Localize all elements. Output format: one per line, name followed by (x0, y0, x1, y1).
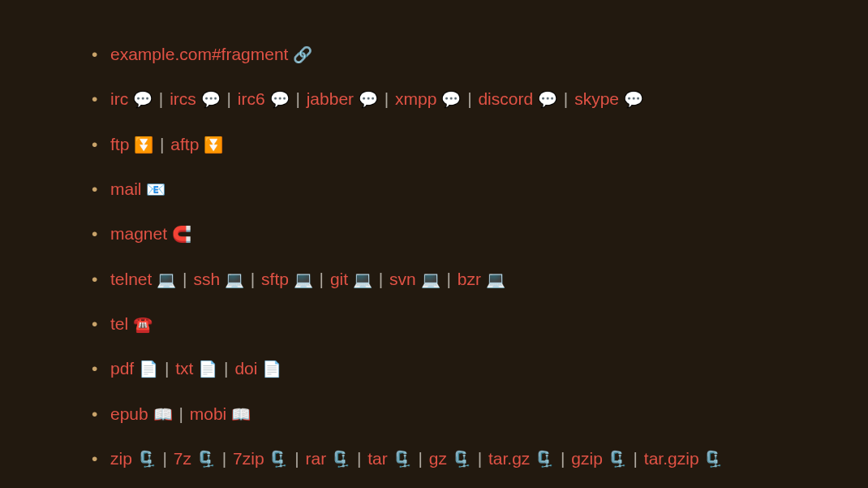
list-item: telnet 💻 | ssh 💻 | sftp 💻 | git 💻 | svn … (92, 268, 868, 291)
link-gzip[interactable]: gzip 🗜️ (571, 449, 626, 468)
separator: | (559, 449, 566, 468)
clamp-icon: 🗜️ (535, 451, 554, 468)
chat-icon: 💬 (441, 91, 461, 108)
separator: | (355, 449, 363, 468)
list-item: pdf 📄 | txt 📄 | doi 📄 (92, 357, 868, 380)
link-label: jabber (307, 89, 354, 108)
link-label: irc6 (238, 89, 265, 108)
link-gz[interactable]: gz 🗜️ (429, 449, 471, 468)
separator: | (161, 449, 169, 468)
link-label: bzr (458, 270, 481, 288)
link-ssh[interactable]: ssh 💻 (193, 270, 244, 288)
link-skype[interactable]: skype 💬 (574, 89, 643, 108)
link-label: rar (306, 449, 327, 468)
chat-icon: 💬 (624, 91, 643, 108)
tel-icon: ☎️ (133, 316, 153, 333)
laptop-icon: 💻 (225, 271, 244, 288)
list-item: tel ☎️ (92, 313, 868, 335)
link-label: gzip (571, 449, 603, 468)
link-label: ftp (110, 135, 129, 153)
link-sftp[interactable]: sftp 💻 (261, 270, 313, 288)
link-label: sftp (261, 270, 289, 288)
clamp-icon: 🗜️ (137, 451, 157, 468)
link-txt[interactable]: txt 📄 (175, 359, 217, 378)
link-discord[interactable]: discord 💬 (478, 89, 557, 108)
separator: | (466, 89, 473, 108)
link-tar-gzip[interactable]: tar.gzip 🗜️ (644, 449, 724, 468)
link-label: irc (110, 89, 128, 108)
link-example-com-fragment[interactable]: example.com#fragment 🔗 (110, 45, 312, 63)
link-aftp[interactable]: aftp ⏬ (170, 135, 223, 153)
link-label: git (330, 270, 348, 288)
link-label: 7zip (233, 449, 264, 468)
link-label: doi (234, 359, 257, 378)
link-pdf[interactable]: pdf 📄 (110, 359, 158, 378)
list-item: example.com#fragment 🔗 (92, 43, 868, 66)
link-doi[interactable]: doi 📄 (234, 359, 281, 378)
link-bzr[interactable]: bzr 💻 (458, 270, 505, 288)
link-label: mobi (190, 404, 227, 423)
separator: | (157, 89, 165, 108)
chat-icon: 💬 (359, 91, 378, 108)
mail-icon: 📧 (146, 181, 165, 198)
clamp-icon: 🗜️ (269, 451, 288, 468)
chat-icon: 💬 (133, 91, 153, 108)
separator: | (416, 449, 423, 468)
separator: | (163, 359, 170, 378)
list-item: zip 🗜️ | 7z 🗜️ | 7zip 🗜️ | rar 🗜️ | tar … (92, 447, 868, 470)
link-svn[interactable]: svn 💻 (389, 270, 440, 288)
link-telnet[interactable]: telnet 💻 (110, 270, 176, 288)
link-7zip[interactable]: 7zip 🗜️ (233, 449, 288, 468)
link-label: ssh (193, 270, 220, 288)
link-label: discord (478, 89, 533, 108)
link-rar[interactable]: rar 🗜️ (306, 449, 351, 468)
link-xmpp[interactable]: xmpp 💬 (395, 89, 461, 108)
doc-icon: 📄 (262, 361, 281, 378)
separator: | (318, 270, 325, 288)
link-mail[interactable]: mail 📧 (110, 179, 165, 198)
chat-icon: 💬 (538, 91, 557, 108)
book-icon: 📖 (153, 406, 173, 423)
link-epub[interactable]: epub 📖 (110, 404, 173, 423)
link-tar[interactable]: tar 🗜️ (367, 449, 411, 468)
separator: | (226, 89, 233, 108)
list-item: mail 📧 (92, 178, 868, 201)
link-tar-gz[interactable]: tar.gz 🗜️ (488, 449, 554, 468)
link-ircs[interactable]: ircs 💬 (170, 89, 221, 108)
link-label: epub (110, 404, 148, 423)
link-zip[interactable]: zip 🗜️ (110, 449, 157, 468)
link-label: txt (175, 359, 193, 378)
separator: | (562, 89, 569, 108)
chat-icon: 💬 (201, 91, 221, 108)
clamp-icon: 🗜️ (393, 451, 412, 468)
link-jabber[interactable]: jabber 💬 (307, 89, 378, 108)
list-item: magnet 🧲 (92, 222, 868, 245)
link-ftp[interactable]: ftp ⏬ (110, 135, 153, 153)
separator: | (177, 404, 184, 423)
link-label: mail (110, 179, 142, 198)
separator: | (293, 449, 300, 468)
link-label: tar.gz (488, 449, 530, 468)
doc-icon: 📄 (198, 361, 217, 378)
magnet-icon: 🧲 (172, 226, 191, 243)
clamp-icon: 🗜️ (608, 451, 627, 468)
link-git[interactable]: git 💻 (330, 270, 372, 288)
laptop-icon: 💻 (294, 271, 313, 288)
clamp-icon: 🗜️ (452, 451, 471, 468)
download-icon: ⏬ (204, 136, 223, 153)
link-irc[interactable]: irc 💬 (110, 89, 153, 108)
separator: | (222, 359, 230, 378)
separator: | (383, 89, 390, 108)
chat-icon: 💬 (270, 91, 290, 108)
separator: | (632, 449, 639, 468)
link-label: tel (110, 314, 128, 333)
link-irc6[interactable]: irc6 💬 (238, 89, 290, 108)
book-icon: 📖 (231, 406, 251, 423)
link-magnet[interactable]: magnet 🧲 (110, 224, 191, 243)
list-item: epub 📖 | mobi 📖 (92, 403, 868, 425)
link-7z[interactable]: 7z 🗜️ (174, 449, 216, 468)
link-label: 7z (174, 449, 191, 468)
link-mobi[interactable]: mobi 📖 (190, 404, 251, 423)
link-tel[interactable]: tel ☎️ (110, 314, 153, 333)
clamp-icon: 🗜️ (703, 451, 723, 468)
